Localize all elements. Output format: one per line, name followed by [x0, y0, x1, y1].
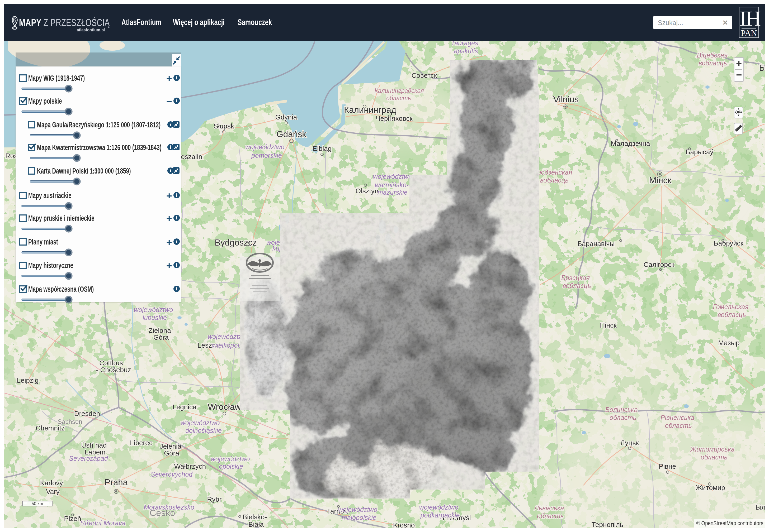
svg-text:- Chóśebuz: - Chóśebuz: [96, 366, 131, 374]
svg-text:Vilnius: Vilnius: [553, 94, 579, 104]
svg-text:Барысаў: Барысаў: [686, 148, 713, 156]
svg-text:Severozápad: Severozápad: [69, 455, 108, 462]
svg-text:pomorskie: pomorskie: [251, 152, 282, 159]
svg-text:województwo: województwo: [419, 504, 458, 511]
svg-text:dolnośląskie: dolnośląskie: [185, 427, 222, 434]
svg-text:opolskie: opolskie: [219, 463, 243, 470]
svg-text:Sachsen: Sachsen: [57, 418, 82, 425]
svg-text:Волинська: Волинська: [605, 406, 638, 413]
svg-text:Гомельская: Гомельская: [713, 303, 748, 310]
svg-text:область: область: [610, 414, 637, 421]
svg-text:lubuskie: lubuskie: [142, 314, 167, 321]
svg-text:województwo: województwo: [180, 419, 220, 426]
svg-text:Баранавічы: Баранавічы: [578, 240, 615, 248]
svg-text:Karlovy: Karlovy: [40, 479, 63, 487]
svg-text:województwo: województwo: [134, 306, 173, 313]
svg-text:Пінск: Пінск: [600, 321, 617, 329]
svg-text:wielkopol:: wielkopol:: [212, 342, 241, 349]
svg-text:Liberec: Liberec: [130, 439, 152, 447]
svg-text:Gdańsk: Gdańsk: [276, 129, 307, 139]
svg-text:вобласць: вобласць: [718, 311, 746, 318]
svg-text:Góra: Góra: [164, 449, 179, 457]
svg-text:Bielsko-: Bielsko-: [243, 513, 267, 521]
svg-text:область: область: [701, 453, 728, 461]
svg-text:Мазыр: Мазыр: [718, 339, 739, 347]
svg-text:Wrocław: Wrocław: [208, 402, 241, 412]
svg-text:Маладзечна: Маладзечна: [611, 140, 650, 147]
svg-text:Chemnitz: Chemnitz: [36, 424, 65, 432]
svg-text:вобласць: вобласць: [699, 59, 727, 67]
svg-text:Biała: Biała: [249, 520, 264, 528]
svg-text:mazurskie: mazurskie: [378, 189, 408, 196]
svg-text:Dresden: Dresden: [74, 410, 100, 418]
svg-text:Elbląg: Elbląg: [313, 145, 332, 152]
svg-text:Тернопіль: Тернопіль: [592, 521, 624, 528]
svg-text:Střední Morava: Střední Morava: [80, 519, 126, 527]
svg-text:województz: województz: [208, 333, 242, 340]
svg-text:Praha: Praha: [104, 477, 128, 487]
svg-text:Severovýchod: Severovýchod: [151, 471, 193, 478]
svg-text:Legnica: Legnica: [172, 403, 197, 411]
svg-text:область: область: [665, 422, 692, 429]
svg-text:małopolskie: małopolskie: [342, 514, 376, 521]
svg-text:Бі: Бі: [759, 63, 765, 73]
svg-text:województwo: województwo: [338, 506, 378, 513]
svg-text:Біла: Біла: [756, 503, 765, 511]
svg-text:область: область: [537, 512, 564, 520]
svg-text:Taurages: Taurages: [451, 41, 478, 47]
svg-text:Львівська: Львівська: [534, 504, 564, 512]
svg-text:Gdynia: Gdynia: [275, 113, 297, 121]
svg-text:Черняховск: Черняховск: [376, 114, 413, 122]
svg-text:apskritis: apskritis: [454, 47, 478, 55]
svg-text:Рівне: Рівне: [659, 462, 676, 470]
svg-text:warmińsko-: warmińsko-: [375, 181, 409, 189]
svg-text:Брэсцкая: Брэсцкая: [561, 274, 590, 281]
svg-text:Житомирська: Житомирська: [690, 445, 735, 453]
svg-text:вобласць: вобласць: [540, 176, 568, 184]
svg-text:Гродзенская: Гродзенская: [534, 169, 572, 176]
svg-text:województwo: województwo: [245, 143, 285, 151]
svg-text:województwo: województwo: [211, 455, 250, 463]
svg-text:Бабруйск: Бабруйск: [714, 239, 744, 247]
svg-text:Leipzig: Leipzig: [17, 376, 39, 384]
svg-text:Wałbrzych: Wałbrzych: [174, 462, 206, 470]
svg-text:область: область: [386, 95, 411, 102]
svg-text:Góra: Góra: [153, 333, 169, 341]
svg-text:вобласць: вобласць: [562, 282, 591, 289]
svg-text:Калининградская: Калининградская: [374, 87, 424, 94]
svg-text:Мінск: Мінск: [649, 175, 672, 185]
svg-text:Калининград: Калининград: [344, 105, 396, 115]
svg-text:Słupsk: Słupsk: [214, 122, 235, 130]
svg-text:Rybr: Rybr: [207, 495, 222, 503]
svg-text:Луцьк: Луцьк: [621, 439, 639, 447]
svg-text:Krosno: Krosno: [393, 521, 415, 528]
svg-text:Віцебская: Віцебская: [697, 51, 728, 59]
svg-text:województwo: województwo: [373, 173, 412, 180]
svg-text:Рівненська: Рівненська: [661, 414, 694, 421]
svg-text:Moravskoslezsko: Moravskoslezsko: [143, 504, 194, 511]
svg-text:Vary: Vary: [46, 488, 60, 496]
svg-text:Советск: Советск: [412, 71, 437, 79]
svg-text:Bydgoszcz: Bydgoszcz: [215, 238, 257, 247]
svg-text:Салігорск: Салігорск: [644, 261, 675, 269]
